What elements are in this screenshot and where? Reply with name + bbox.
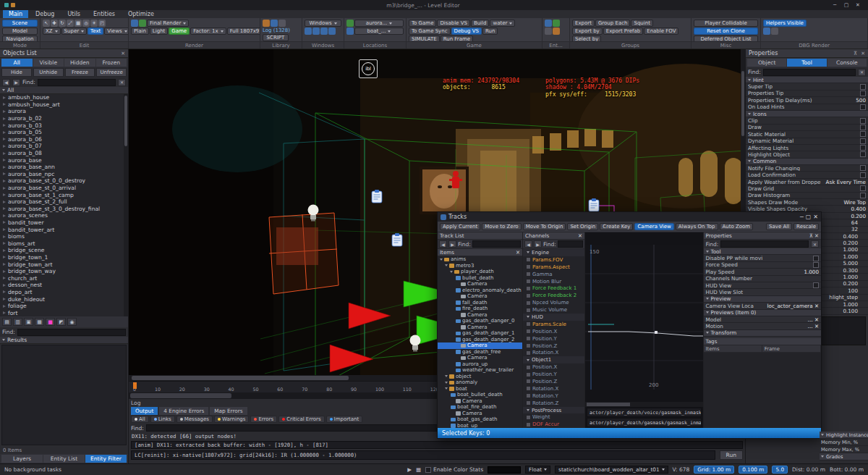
script-button[interactable]: SCRIPT	[263, 34, 289, 41]
super-dropdown[interactable]: Super	[61, 28, 88, 35]
tracks-property-row[interactable]: HUD View Slot	[704, 289, 822, 295]
back-icon[interactable]: ◀	[439, 240, 447, 248]
ent-icon-4[interactable]	[553, 28, 560, 35]
tracks-toolbar-right-button[interactable]: Save All	[766, 223, 792, 230]
channel-item[interactable]: Position.Z	[523, 378, 584, 385]
float-dropdown[interactable]: Float	[525, 466, 550, 474]
enable-color-stats-toggle[interactable]: Enable Color Stats	[425, 466, 483, 473]
to-game-sync-button[interactable]: To Game Sync	[409, 28, 451, 35]
tracks-property-row[interactable]: Motion… ✕	[704, 323, 822, 329]
ent-icon-3[interactable]	[545, 28, 552, 35]
track-tree-item[interactable]: boat_bullet_death	[438, 392, 522, 398]
timeline-playhead[interactable]	[133, 382, 137, 389]
channel-item[interactable]: Position.Y	[523, 335, 584, 342]
tracks-property-row[interactable]: Tool	[704, 248, 822, 255]
windows-dropdown[interactable]: Windows	[305, 20, 341, 27]
objects-list-item[interactable]: bioms_art	[0, 240, 128, 247]
channel-item[interactable]: Rotation.X	[523, 349, 584, 356]
channel-item[interactable]: PostProcess	[523, 407, 584, 414]
channel-item[interactable]: Params.Aspect	[523, 264, 584, 271]
doc-icon[interactable]: ▤	[2, 318, 12, 326]
channel-item[interactable]: HUD	[523, 314, 584, 321]
objects-list-item[interactable]: depo_art	[0, 289, 128, 296]
debug-vs-button[interactable]: Debug VS	[451, 28, 482, 35]
properties-find-input[interactable]	[763, 69, 856, 76]
forward-icon[interactable]: ▶	[448, 240, 456, 248]
minimize-button[interactable]: ─	[829, 2, 841, 8]
maximize-button[interactable]: ▢	[841, 2, 852, 8]
objects-action-button[interactable]: Unhide	[33, 68, 64, 77]
track-tree-item[interactable]: Camera	[438, 342, 522, 349]
objects-list-item[interactable]: bioms	[0, 233, 128, 240]
final-render-dropdown[interactable]: Final Render	[147, 20, 189, 27]
objects-list-item[interactable]: aurora_b_07	[0, 143, 128, 150]
objects-list-tab[interactable]: Frozen	[96, 59, 127, 67]
dbg-icon[interactable]	[763, 28, 770, 35]
clip-item[interactable]: actor/player_death/voice/gasmask_inmask_…	[587, 408, 702, 417]
objects-list-item[interactable]: aurora_base_st_1_camp	[0, 191, 128, 198]
channel-item[interactable]: Object1	[523, 356, 584, 363]
channel-item[interactable]: Gamma	[523, 271, 584, 278]
export-by-button[interactable]: Export by	[572, 28, 603, 35]
doc-copy-icon[interactable]: ▥	[13, 318, 22, 326]
channel-item[interactable]: Position.X	[523, 363, 584, 371]
track-tree-item[interactable]: gas_death_danger_1	[438, 330, 522, 337]
log-filter-chip[interactable]: Warnings	[214, 416, 249, 423]
window-icon[interactable]	[305, 28, 312, 35]
objects-list-item[interactable]: bridge_town_1	[0, 254, 128, 261]
log-filter-chip[interactable]: Critical Errors	[278, 416, 324, 423]
objects-list-item[interactable]: aurora_b_05	[0, 129, 128, 136]
track-tree-item[interactable]: boat	[438, 386, 522, 392]
track-tree-item[interactable]: weather_new_trailer	[438, 367, 522, 374]
property-row[interactable]: Hint	[746, 77, 868, 83]
highlight-row[interactable]: Memory Max, %	[820, 446, 868, 453]
tracks-property-row[interactable]: Disable PP while movi	[704, 255, 822, 261]
objects-list-item[interactable]: aurora_base_st_2_full	[0, 198, 128, 206]
property-row[interactable]: Dynamic Material	[746, 138, 868, 145]
channel-item[interactable]: Params.Scale	[523, 321, 584, 328]
property-row[interactable]: Affecting Lights	[746, 145, 868, 151]
channel-item[interactable]: Rotation.Y	[523, 392, 584, 400]
tracks-property-row[interactable]: Preview	[704, 296, 822, 303]
reset-on-clone-button[interactable]: Reset on Clone	[694, 28, 758, 35]
objects-list-item[interactable]: aurora_b_02	[0, 115, 128, 122]
edit-tool-icon[interactable]: ◎	[82, 20, 90, 27]
grid-icon[interactable]: ▦	[416, 466, 421, 473]
track-tree-item[interactable]: Camera	[438, 324, 522, 331]
tracks-toolbar-button[interactable]: Camera View	[634, 223, 673, 230]
channel-item[interactable]: Music Volume	[523, 306, 584, 314]
render-icon[interactable]	[131, 20, 138, 27]
tracks-toolbar-button[interactable]: Create Key	[600, 223, 633, 230]
menu-item[interactable]: Utils	[61, 10, 86, 18]
track-tree-item[interactable]: gas_death_danger_2	[438, 337, 522, 343]
property-row[interactable]: On Load Hints	[746, 104, 868, 111]
axis-xz-dropdown[interactable]: XZ	[43, 28, 61, 35]
tags-col-items[interactable]: Items	[704, 345, 762, 352]
objects-list-item[interactable]: aurora_base_npc	[0, 171, 128, 178]
enable-fov-button[interactable]: Enable FOV	[644, 28, 678, 35]
dbg-icon-2[interactable]	[771, 28, 778, 35]
objects-find-input[interactable]	[38, 79, 116, 86]
water-dropdown[interactable]: water	[490, 20, 515, 27]
render-icon-2[interactable]	[139, 20, 146, 27]
tracks-toolbar-right-button[interactable]: Rescale	[793, 223, 819, 230]
log-filter-chip[interactable]: Important	[326, 416, 363, 423]
maximize-icon[interactable]: ▢	[806, 214, 812, 220]
palette-icon[interactable]: ◩	[56, 318, 66, 326]
curve-scrollbar[interactable]	[585, 402, 703, 407]
close-icon[interactable]: ✕	[578, 232, 582, 239]
tracks-toolbar-button[interactable]: Set Origin	[567, 223, 598, 230]
tracks-toolbar-button[interactable]: Apply Current	[440, 223, 480, 230]
window-icon-3[interactable]	[320, 28, 328, 35]
run-button[interactable]: Run	[482, 28, 498, 35]
forward-icon[interactable]: ▶	[534, 240, 542, 248]
tracks-property-row[interactable]: Camera View Localoc_actor_camera ✕	[704, 303, 822, 309]
objects-list-item[interactable]: aurora_b_08	[0, 150, 128, 157]
track-tree-item[interactable]: fire_death	[438, 306, 522, 312]
properties-tab[interactable]: Object	[747, 59, 786, 67]
property-row[interactable]: Super Tip	[746, 83, 868, 90]
track-tree-item[interactable]: bullet_death	[438, 275, 522, 282]
channel-item[interactable]: Rotation.Z	[523, 400, 584, 407]
tracks-props-find-input[interactable]	[720, 240, 809, 248]
tracks-property-row[interactable]: Model… ✕	[704, 316, 822, 323]
